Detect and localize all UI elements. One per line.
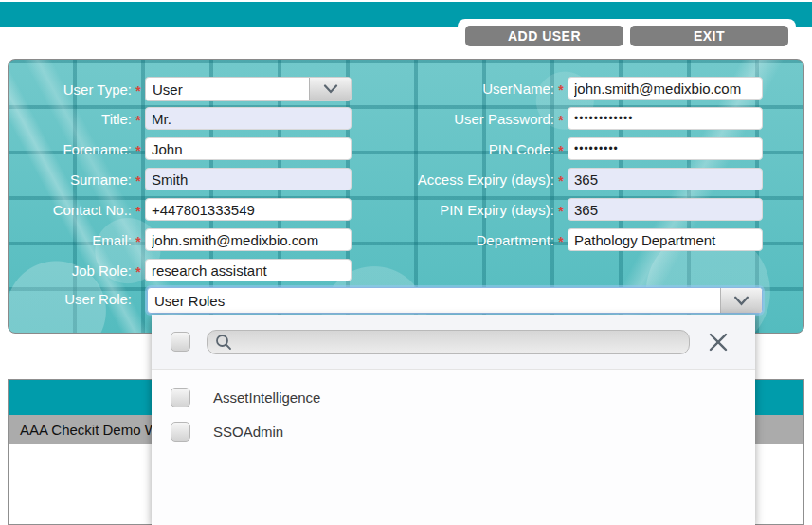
forename-label: Forename: <box>9 141 132 157</box>
pin-expiry-label: PIN Expiry (days): <box>415 202 554 218</box>
required-asterisk: * <box>554 201 568 219</box>
form-row-email: Email: * <box>9 228 359 251</box>
add-user-screen: ADD USER EXIT User Type: * User Title: *… <box>0 0 812 525</box>
close-icon[interactable] <box>706 330 731 354</box>
chevron-down-icon[interactable] <box>309 78 351 100</box>
job-role-field[interactable] <box>145 259 352 281</box>
required-asterisk: * <box>132 201 145 219</box>
form-row-surname: Surname: * <box>9 168 359 190</box>
contact-no-label: Contact No.: <box>9 202 132 218</box>
required-asterisk: * <box>554 80 568 98</box>
email-label: Email: <box>9 232 132 248</box>
title-field[interactable] <box>145 107 352 130</box>
title-label: Title: <box>9 111 132 127</box>
access-expiry-label: Access Expiry (days): <box>415 172 554 188</box>
form-row-access-expiry: Access Expiry (days): * <box>415 168 763 190</box>
action-button-tray: ADD USER EXIT <box>458 19 796 52</box>
job-role-label: Job Role: <box>9 262 132 279</box>
form-row-pin-code: PIN Code: * <box>415 137 763 160</box>
role-option-label: AssetIntelligence <box>213 389 320 406</box>
user-type-select[interactable]: User <box>145 77 352 101</box>
required-asterisk: * <box>132 231 145 249</box>
role-option-label: SSOAdmin <box>213 424 283 440</box>
required-asterisk: * <box>132 81 145 99</box>
required-asterisk: * <box>132 171 145 189</box>
user-roles-dropdown-panel: AssetIntelligence SSOAdmin <box>152 315 755 525</box>
user-role-select[interactable]: User Roles <box>147 287 763 314</box>
department-label: Department: <box>415 232 554 248</box>
user-type-label: User Type: <box>9 81 132 98</box>
user-role-label: User Role: <box>9 291 132 307</box>
form-row-username: UserName: * <box>415 77 763 100</box>
dropdown-search-bar <box>152 315 755 370</box>
required-asterisk: * <box>554 171 568 189</box>
user-role-value: User Roles <box>154 293 225 309</box>
user-details-form: User Type: * User Title: * Forename: * S… <box>8 59 804 334</box>
select-all-checkbox[interactable] <box>171 332 190 352</box>
form-row-department: Department: * <box>415 228 763 251</box>
form-row-contact-no: Contact No.: * <box>9 198 359 221</box>
role-checkbox[interactable] <box>171 388 190 407</box>
contact-no-field[interactable] <box>145 198 352 221</box>
email-field[interactable] <box>145 228 352 251</box>
access-expiry-field[interactable] <box>568 168 763 190</box>
department-field[interactable] <box>568 228 763 251</box>
forename-field[interactable] <box>145 137 352 160</box>
chevron-down-icon[interactable] <box>720 288 762 313</box>
form-row-forename: Forename: * <box>9 137 359 160</box>
required-asterisk: * <box>554 110 568 128</box>
user-password-field[interactable] <box>568 107 763 130</box>
exit-button[interactable]: EXIT <box>630 26 788 46</box>
pin-expiry-field[interactable] <box>568 198 763 221</box>
form-row-user-password: User Password: * <box>415 107 763 130</box>
user-type-value: User <box>153 81 183 98</box>
required-asterisk: * <box>554 231 568 249</box>
surname-field[interactable] <box>145 168 352 190</box>
add-user-button[interactable]: ADD USER <box>465 26 623 46</box>
username-label: UserName: <box>415 81 554 97</box>
role-checkbox[interactable] <box>171 422 190 442</box>
form-row-pin-expiry: PIN Expiry (days): * <box>415 198 763 221</box>
user-password-label: User Password: <box>415 111 554 127</box>
form-row-title: Title: * <box>9 107 359 130</box>
search-field-wrap <box>207 330 690 354</box>
table-row-label: AAA Checkit Demo W <box>20 422 158 438</box>
role-option-assetintelligence[interactable]: AssetIntelligence <box>171 387 320 407</box>
username-field[interactable] <box>568 77 763 100</box>
required-asterisk: * <box>554 140 568 158</box>
role-search-input[interactable] <box>207 330 690 354</box>
surname-label: Surname: <box>9 172 132 188</box>
required-asterisk: * <box>132 110 145 128</box>
form-row-user-type: User Type: * User <box>9 76 359 102</box>
form-row-job-role: Job Role: * <box>9 259 359 281</box>
required-asterisk: * <box>132 140 145 158</box>
pin-code-field[interactable] <box>568 137 763 160</box>
role-option-ssoadmin[interactable]: SSOAdmin <box>171 421 283 442</box>
search-icon <box>215 334 232 354</box>
pin-code-label: PIN Code: <box>415 141 554 157</box>
required-asterisk: * <box>132 262 145 280</box>
